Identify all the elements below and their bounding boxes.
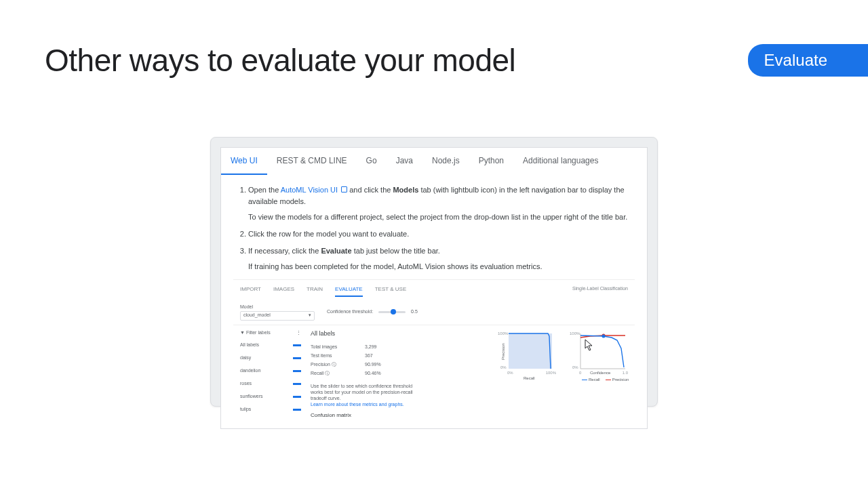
metric-test-items: Test items367 [311,352,488,360]
y-tick-100: 100% [570,331,580,337]
label-dandelion-text: dandelion [240,367,260,375]
x-axis-label: Recall [524,375,535,382]
svg-point-4 [602,334,606,338]
label-bar-icon [293,383,301,385]
evaluation-screenshot: IMPORT IMAGES TRAIN EVALUATE TEST & USE … [233,279,635,420]
confusion-matrix-header: Confusion matrix [311,411,488,420]
metric-value: 90.99% [365,361,381,369]
external-link-icon [341,186,347,192]
model-page-tabs: IMPORT IMAGES TRAIN EVALUATE TEST & USE … [233,284,635,298]
code-language-tabs: Web UI REST & CMD LINE Go Java Node.js P… [220,147,648,175]
graphs-column: 100% 0% 0% 100% Precision Recall [498,329,628,420]
documentation-panel: Web UI REST & CMD LINE Go Java Node.js P… [210,137,658,407]
label-row-roses[interactable]: roses [240,380,301,388]
metric-key: Recall ⓘ [311,370,358,378]
label-row-daisy[interactable]: daisy [240,354,301,362]
tab-rest-cmd[interactable]: REST & CMD LINE [267,148,357,175]
tab-nodejs[interactable]: Node.js [422,148,469,175]
svg-rect-0 [509,333,552,369]
label-sunflowers-text: sunflowers [240,393,262,401]
label-bar-icon [293,396,301,398]
classification-type-label: Single-Label Classification [572,285,628,296]
x-tick-1: 1.0 [623,370,628,376]
metric-total-images: Total images3,299 [311,344,488,351]
x-tick-0: 0 [579,370,581,376]
step-2: Click the row for the model you want to … [248,228,635,240]
hint-text: Use the slider to see which confidence t… [311,384,413,401]
metrics-column: All labels Total images3,299 Test items3… [311,329,488,420]
step-3-bold-evaluate: Evaluate [321,247,351,255]
confidence-threshold-control: Confidence threshold: 0.5 [327,308,418,316]
tab-import[interactable]: IMPORT [240,285,261,296]
tab-python[interactable]: Python [469,148,513,175]
label-roses-text: roses [240,380,252,388]
automl-vision-ui-link-text: AutoML Vision UI [281,186,338,194]
metric-recall: Recall ⓘ90.46% [311,370,488,378]
tab-go[interactable]: Go [357,148,387,175]
label-bar-icon [293,409,301,411]
legend-precision: Precision [606,377,629,383]
label-row-all[interactable]: All labels [240,342,301,349]
label-tulips-text: tulips [240,406,251,413]
legend-precision-text: Precision [612,377,629,383]
step-1: Open the AutoML Vision UI and click the … [248,184,635,223]
tab-images[interactable]: IMAGES [273,285,294,296]
y-tick-0: 0% [572,365,578,371]
step-1-bold-models: Models [393,186,418,194]
metric-precision: Precision ⓘ90.99% [311,361,488,369]
threshold-hint: Use the slider to see which confidence t… [311,383,426,407]
metric-key: Precision ⓘ [311,361,358,369]
tab-train[interactable]: TRAIN [307,285,323,296]
label-row-sunflowers[interactable]: sunflowers [240,393,301,401]
label-bar-icon [293,344,301,346]
filter-labels-header: ▼ Filter labels ⋮ [240,329,301,337]
threshold-label: Confidence threshold: [327,308,373,316]
label-bar-icon [293,370,301,372]
x-tick-0: 0% [507,370,513,376]
automl-vision-ui-link[interactable]: AutoML Vision UI [281,186,350,194]
metric-key: Total images [311,344,358,351]
tab-web-ui[interactable]: Web UI [221,148,267,175]
tab-additional-languages[interactable]: Additional languages [513,148,608,175]
threshold-value: 0.5 [411,308,418,316]
filter-icon: ▼ [240,330,245,335]
metric-key: Test items [311,352,358,360]
y-tick-100: 100% [498,331,508,337]
threshold-slider[interactable] [378,311,406,313]
cursor-icon [585,339,594,351]
tab-test-use[interactable]: TEST & USE [375,285,407,296]
model-select[interactable]: cloud_model ▾ [240,311,315,321]
eval-controls-row: Model cloud_model ▾ Confidence threshold… [233,298,635,325]
label-all-text: All labels [240,342,259,349]
x-tick-100: 100% [546,370,556,376]
learn-more-link[interactable]: Learn more about these metrics and graph… [311,402,404,407]
precision-recall-graph: 100% 0% 0% 100% Precision Recall [498,329,556,381]
label-filter-column: ▼ Filter labels ⋮ All labels daisy dande… [240,329,301,420]
metric-value: 90.46% [365,370,381,378]
x-axis-label: Confidence [590,370,610,376]
y-axis-label: Precision [500,343,507,360]
precision-recall-vs-confidence-graph: 100% 0% 0 1.0 Confidence Recall Precisio… [570,329,628,381]
chevron-down-icon: ▾ [309,312,311,319]
tab-java[interactable]: Java [387,148,422,175]
selected-label-title: All labels [311,329,488,339]
more-vert-icon[interactable]: ⋮ [296,329,301,337]
step-3-subtext: If training has been completed for the m… [248,261,635,272]
label-bar-icon [293,357,301,359]
legend-recall: Recall [582,377,600,383]
step-3-text-b: tab just below the title bar. [354,247,440,255]
doc-content: Open the AutoML Vision UI and click the … [220,175,648,429]
metric-value: 367 [365,352,373,360]
model-field-label: Model [240,304,315,311]
y-tick-0: 0% [500,365,507,371]
filter-labels-text: Filter labels [246,330,271,335]
legend-recall-text: Recall [589,377,600,383]
label-daisy-text: daisy [240,354,251,362]
label-row-dandelion[interactable]: dandelion [240,367,301,375]
page-title: Other ways to evaluate your model [45,42,515,79]
tab-evaluate[interactable]: EVALUATE [335,285,363,296]
step-1-text-b: and click the [349,186,393,194]
model-picker: Model cloud_model ▾ [240,304,315,321]
step-1-text-a: Open the [248,186,281,194]
label-row-tulips[interactable]: tulips [240,406,301,413]
